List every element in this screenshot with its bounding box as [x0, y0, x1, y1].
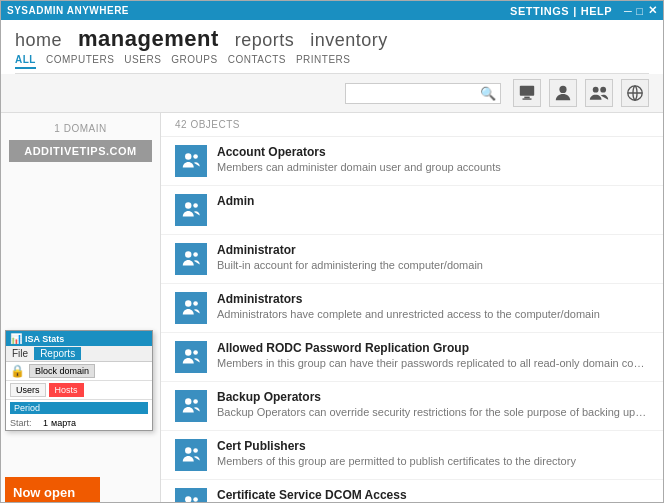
search-input[interactable]: [350, 87, 480, 99]
nav-inventory[interactable]: inventory: [310, 30, 388, 51]
sidebar: 1 DOMAIN ADDITIVETIPS.COM 📊 ISA Stats Fi…: [1, 113, 161, 503]
list-item[interactable]: Administrators Administrators have compl…: [161, 284, 663, 333]
embedded-tab-users[interactable]: Users: [10, 383, 46, 397]
monitor-icon-btn[interactable]: [513, 79, 541, 107]
group-desc: Administrators have complete and unrestr…: [217, 307, 647, 321]
settings-link[interactable]: SETTINGS: [510, 5, 569, 17]
globe-icon-btn[interactable]: [621, 79, 649, 107]
svg-point-19: [185, 447, 191, 453]
svg-rect-1: [524, 97, 529, 99]
group-icon: [175, 292, 207, 324]
embedded-start-row: Start: 1 марта: [6, 416, 152, 430]
app-title: SYSADMIN ANYWHERE: [7, 5, 129, 16]
embedded-menu-file[interactable]: File: [6, 347, 34, 360]
embedded-period[interactable]: Period: [10, 402, 148, 414]
subnav-users[interactable]: USERS: [124, 54, 161, 69]
svg-point-14: [193, 301, 198, 306]
start-unit: марта: [51, 418, 76, 428]
group-icon: [175, 145, 207, 177]
list-item[interactable]: Administrator Built-in account for admin…: [161, 235, 663, 284]
subnav-computers[interactable]: COMPUTERS: [46, 54, 114, 69]
nav-reports[interactable]: reports: [235, 30, 295, 51]
embedded-toolbar: 🔒 Block domain: [6, 362, 152, 381]
list-item[interactable]: Cert Publishers Members of this group ar…: [161, 431, 663, 480]
subnav-printers[interactable]: PRINTERS: [296, 54, 351, 69]
content: 1 DOMAIN ADDITIVETIPS.COM 📊 ISA Stats Fi…: [1, 113, 663, 503]
embedded-menu-reports[interactable]: Reports: [34, 347, 81, 360]
svg-point-3: [559, 86, 566, 93]
embedded-icon: 🔒: [10, 364, 25, 378]
svg-point-21: [185, 496, 191, 502]
subnav-contacts[interactable]: CONTACTS: [228, 54, 286, 69]
group-icon: [175, 194, 207, 226]
svg-point-18: [193, 399, 198, 404]
list-item[interactable]: Allowed RODC Password Replication Group …: [161, 333, 663, 382]
close-button[interactable]: ✕: [648, 4, 658, 17]
start-label: Start:: [10, 418, 40, 428]
maximize-button[interactable]: □: [636, 5, 643, 17]
svg-point-5: [600, 87, 606, 93]
group-name: Admin: [217, 194, 649, 208]
group-name: Certificate Service DCOM Access: [217, 488, 649, 502]
subnav-groups[interactable]: GROUPS: [171, 54, 217, 69]
group-text: Certificate Service DCOM Access Members …: [217, 488, 649, 503]
nav-home[interactable]: home: [15, 30, 62, 51]
group-text: Cert Publishers Members of this group ar…: [217, 439, 649, 468]
header: home management reports inventory ALL CO…: [1, 20, 663, 74]
promo-box[interactable]: Now open source!: [5, 477, 100, 503]
group-icon: [175, 243, 207, 275]
group-desc: Members in this group can have their pas…: [217, 356, 647, 370]
group-desc: Built-in account for administering the c…: [217, 258, 647, 272]
group-text: Backup Operators Backup Operators can ov…: [217, 390, 649, 419]
group-text: Administrators Administrators have compl…: [217, 292, 649, 321]
start-value: 1: [43, 418, 48, 428]
embedded-tab-hosts[interactable]: Hosts: [49, 383, 84, 397]
titlebar-controls[interactable]: SETTINGS | HELP ─ □ ✕: [510, 4, 657, 17]
group-text: Administrator Built-in account for admin…: [217, 243, 649, 272]
group-name: Cert Publishers: [217, 439, 649, 453]
list-item[interactable]: Account Operators Members can administer…: [161, 137, 663, 186]
svg-point-17: [185, 398, 191, 404]
objects-header: 42 OBJECTS: [161, 113, 663, 137]
svg-point-10: [193, 203, 198, 208]
groups-container: Account Operators Members can administer…: [161, 137, 663, 503]
group-icon: [175, 439, 207, 471]
list-item[interactable]: Admin: [161, 186, 663, 235]
embedded-titlebar: 📊 ISA Stats: [6, 331, 152, 346]
search-icon[interactable]: 🔍: [480, 86, 496, 101]
search-box[interactable]: 🔍: [345, 83, 501, 104]
embedded-title: ISA Stats: [25, 334, 64, 344]
group-desc: Members of this group are permitted to p…: [217, 454, 647, 468]
block-domain-btn[interactable]: Block domain: [29, 364, 95, 378]
group-text: Allowed RODC Password Replication Group …: [217, 341, 649, 370]
separator: |: [573, 5, 577, 17]
svg-point-13: [185, 300, 191, 306]
group-name: Administrator: [217, 243, 649, 257]
embedded-tabs: Users Hosts: [6, 381, 152, 400]
group-text: Account Operators Members can administer…: [217, 145, 649, 174]
titlebar: SYSADMIN ANYWHERE SETTINGS | HELP ─ □ ✕: [1, 1, 663, 20]
domain-button[interactable]: ADDITIVETIPS.COM: [9, 140, 152, 162]
main-nav: home management reports inventory: [15, 26, 649, 52]
group-desc: Backup Operators can override security r…: [217, 405, 647, 419]
list-item[interactable]: Certificate Service DCOM Access Members …: [161, 480, 663, 503]
embedded-menubar: File Reports: [6, 346, 152, 362]
sub-nav: ALL COMPUTERS USERS GROUPS CONTACTS PRIN…: [15, 54, 649, 74]
svg-point-12: [193, 252, 198, 257]
help-link[interactable]: HELP: [581, 5, 612, 17]
svg-point-4: [593, 87, 599, 93]
list-item[interactable]: Backup Operators Backup Operators can ov…: [161, 382, 663, 431]
domain-count: 1 DOMAIN: [9, 123, 152, 134]
group-name: Backup Operators: [217, 390, 649, 404]
embedded-title-icon: 📊: [10, 333, 22, 344]
nav-management[interactable]: management: [78, 26, 219, 52]
promo-text: Now open source!: [13, 485, 75, 503]
subnav-all[interactable]: ALL: [15, 54, 36, 69]
users-icon-btn[interactable]: [585, 79, 613, 107]
svg-point-22: [193, 497, 198, 502]
minimize-button[interactable]: ─: [624, 5, 632, 17]
user-icon-btn[interactable]: [549, 79, 577, 107]
group-name: Account Operators: [217, 145, 649, 159]
group-name: Administrators: [217, 292, 649, 306]
embedded-window: 📊 ISA Stats File Reports 🔒 Block domain …: [5, 330, 153, 431]
